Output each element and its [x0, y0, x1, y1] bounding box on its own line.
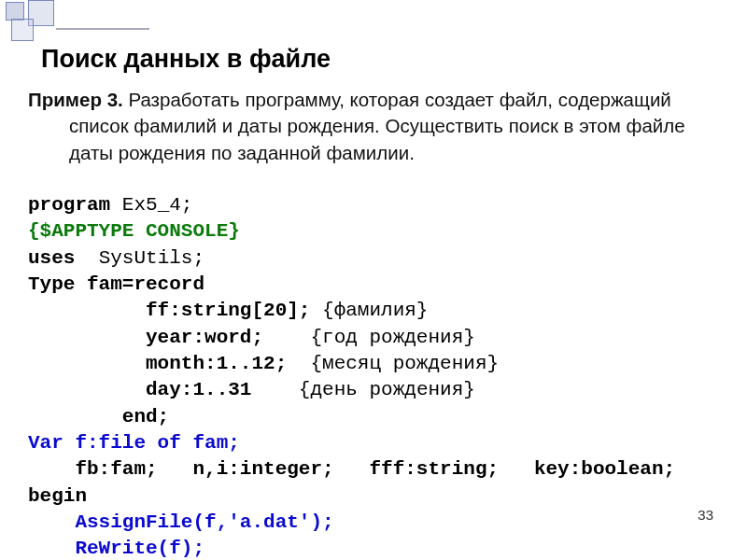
code-l11: fb:fam; n,i:integer; fff:string; key:boo… [28, 458, 675, 480]
code-l6a: year:word; [28, 327, 263, 348]
comment-day: {день рождения} [251, 379, 474, 400]
comment-month: {месяц рождения} [287, 353, 499, 374]
code-l7a: month:1..12; [28, 353, 287, 374]
example-description: Пример 3. Разработать программу, которая… [28, 87, 732, 166]
code-l3b: SysUtils; [75, 247, 204, 269]
kw-type-record: Type fam=record [28, 273, 204, 295]
kw-begin: begin [28, 485, 87, 507]
stmt-assignfile: AssignFile(f,'a.dat'); [28, 511, 334, 533]
page-number: 33 [698, 507, 713, 523]
compiler-directive: {$APPTYPE CONSOLE} [28, 220, 240, 242]
comment-surname: {фамилия} [310, 300, 428, 321]
kw-end: end; [28, 406, 169, 427]
slide-content: Поиск данных в файле Пример 3. Разработа… [0, 0, 747, 560]
slide-title: Поиск данных в файле [41, 45, 732, 74]
code-l1b: Ex5_4; [110, 194, 192, 216]
example-text: Разработать программу, которая создает ф… [69, 89, 685, 163]
code-l8a: day:1..31 [28, 379, 251, 400]
code-l5a: ff:string[20]; [28, 300, 310, 321]
kw-program: program [28, 194, 110, 216]
slide-decoration [0, 0, 149, 37]
kw-var-file: Var f:file of fam; [28, 432, 240, 454]
comment-year: {год рождения} [263, 327, 475, 348]
code-block: program Ex5_4; {$APPTYPE CONSOLE} uses S… [28, 192, 732, 560]
example-label: Пример 3. [28, 89, 123, 110]
kw-uses: uses [28, 247, 75, 269]
stmt-rewrite: ReWrite(f); [28, 538, 204, 559]
